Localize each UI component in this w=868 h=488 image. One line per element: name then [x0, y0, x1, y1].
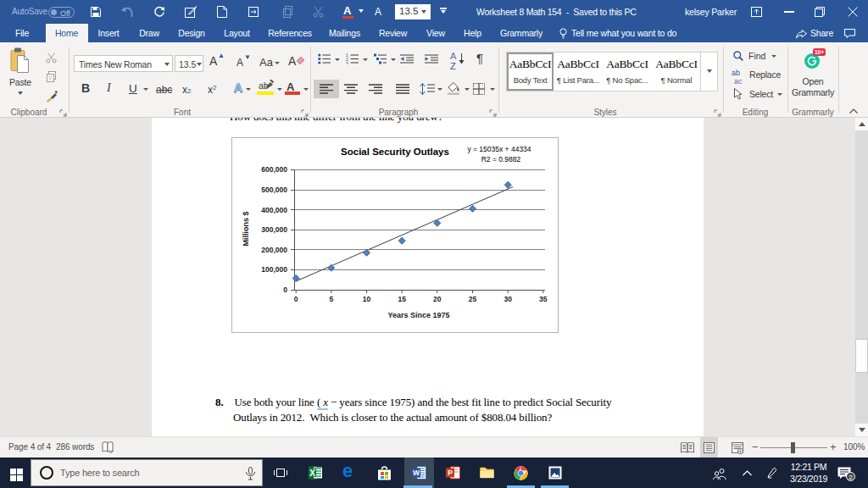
- svg-text:W: W: [413, 469, 420, 477]
- svg-text:0: 0: [294, 295, 298, 303]
- svg-text:200,000: 200,000: [261, 246, 287, 254]
- svg-text:Years Since 1975: Years Since 1975: [387, 311, 449, 319]
- svg-text:0: 0: [283, 286, 287, 294]
- svg-text:10: 10: [363, 295, 371, 303]
- svg-text:35: 35: [539, 295, 548, 303]
- svg-text:P: P: [448, 469, 453, 477]
- svg-text:30: 30: [504, 295, 512, 303]
- svg-text:15: 15: [398, 295, 406, 303]
- svg-text:100,000: 100,000: [261, 265, 287, 274]
- svg-text:500,000: 500,000: [261, 186, 287, 194]
- svg-text:25: 25: [469, 295, 477, 303]
- svg-text:y = 15035x + 44334: y = 15035x + 44334: [467, 145, 531, 153]
- svg-text:Millions $: Millions $: [242, 211, 250, 246]
- svg-text:600,000: 600,000: [261, 165, 287, 174]
- svg-text:5: 5: [329, 295, 333, 303]
- svg-text:X: X: [309, 469, 315, 478]
- svg-text:20: 20: [433, 295, 442, 303]
- svg-text:3: 3: [346, 61, 348, 65]
- svg-text:400,000: 400,000: [261, 206, 287, 214]
- svg-text:Social Security Outlays: Social Security Outlays: [341, 147, 449, 157]
- svg-text:R2 = 0.9882: R2 = 0.9882: [481, 155, 521, 164]
- svg-text:300,000: 300,000: [261, 225, 287, 234]
